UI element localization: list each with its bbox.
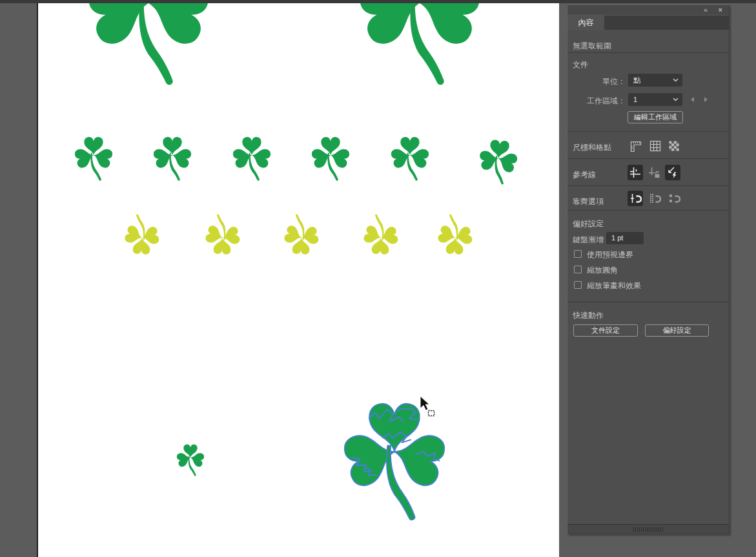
next-artboard-icon[interactable] <box>702 96 709 103</box>
panel-header: « × <box>567 5 729 15</box>
keyboard-increment-input[interactable]: 1 pt <box>606 232 644 244</box>
divider <box>567 52 729 53</box>
smart-guides-button[interactable] <box>665 165 680 180</box>
guides-title: 參考線 <box>573 169 596 180</box>
clover-green[interactable] <box>390 137 430 181</box>
lock-guides-button[interactable] <box>646 165 662 180</box>
document-section-title: 文件 <box>573 59 588 70</box>
no-selection-label: 無選取範圍 <box>573 41 611 52</box>
grip-ticks <box>633 527 663 532</box>
snap-pixel-icon <box>668 192 680 205</box>
divider <box>567 185 729 186</box>
snap-point-icon <box>629 192 642 205</box>
clover-yellow[interactable] <box>436 214 475 255</box>
scale-corners-label: 縮放圓角 <box>587 265 618 276</box>
units-dropdown[interactable]: 點 <box>628 74 682 87</box>
collapse-panel-icon[interactable]: « <box>704 6 707 14</box>
clover-yellow[interactable] <box>123 214 161 255</box>
clover-green[interactable] <box>74 137 114 181</box>
scale-strokes-effects-label: 縮放筆畫和效果 <box>587 280 641 291</box>
clover-artwork-layer <box>38 3 559 557</box>
chevron-down-icon <box>673 98 679 101</box>
clover-green[interactable] <box>476 138 520 186</box>
panel-tab-bar: 內容 <box>567 15 729 30</box>
scale-corners-checkbox[interactable] <box>574 266 582 273</box>
artboard-dropdown[interactable]: 1 <box>628 93 682 106</box>
preferences-section-title: 偏好設定 <box>573 218 604 229</box>
transparency-grid-icon <box>668 140 680 152</box>
clover-yellow[interactable] <box>362 214 400 255</box>
rulers-grids-title: 尺標和格點 <box>573 142 611 153</box>
divider <box>567 302 729 302</box>
quick-actions-title: 快速動作 <box>573 310 604 321</box>
snap-options-title: 靠齊選項 <box>573 196 604 207</box>
clover-yellow[interactable] <box>283 214 321 255</box>
document-setup-button[interactable]: 文件設定 <box>573 324 638 337</box>
clover-green[interactable] <box>176 445 205 476</box>
divider <box>567 210 729 211</box>
chevron-down-icon <box>673 78 679 82</box>
clover-green[interactable] <box>311 137 351 181</box>
tab-content[interactable]: 內容 <box>567 16 604 30</box>
lock-guides-icon <box>648 166 660 179</box>
show-guides-button[interactable] <box>628 165 643 180</box>
panel-resize-grip[interactable] <box>567 524 729 534</box>
scale-strokes-effects-checkbox[interactable] <box>574 281 582 289</box>
artboard-canvas[interactable] <box>38 3 559 557</box>
clover-selected[interactable] <box>342 404 447 520</box>
guides-icon <box>629 166 642 179</box>
use-preview-bounds-checkbox[interactable] <box>574 250 582 258</box>
keyboard-increment-label: 鍵盤漸增： <box>573 235 611 246</box>
snap-to-pixel-button[interactable] <box>666 191 682 206</box>
snap-to-grid-button[interactable] <box>647 191 662 206</box>
show-grid-button[interactable] <box>648 139 662 153</box>
artboard-label: 工作區域： <box>567 96 626 107</box>
clover-green[interactable] <box>356 3 483 85</box>
show-rulers-button[interactable] <box>629 139 643 153</box>
properties-panel: « × 內容 無選取範圍 文件 單位： 點 工作區域： 1 編輯工作區域 尺標和… <box>567 5 730 534</box>
close-panel-icon[interactable]: × <box>719 6 722 14</box>
smart-guides-icon <box>666 166 679 179</box>
edit-artboards-button[interactable]: 編輯工作區域 <box>628 111 683 123</box>
clover-yellow[interactable] <box>204 214 242 255</box>
previous-artboard-icon[interactable] <box>690 96 696 103</box>
clover-green[interactable] <box>152 137 192 181</box>
clover-green[interactable] <box>85 3 212 85</box>
show-transparency-grid-button[interactable] <box>667 139 681 153</box>
grid-icon <box>649 140 662 152</box>
ruler-icon <box>629 140 642 152</box>
preferences-button[interactable]: 偏好設定 <box>645 324 709 337</box>
snap-grid-icon <box>648 192 661 205</box>
clover-green[interactable] <box>232 137 272 181</box>
divider <box>567 158 729 159</box>
use-preview-bounds-label: 使用預視邊界 <box>587 249 633 260</box>
divider <box>567 131 729 132</box>
snap-to-point-button[interactable] <box>628 191 643 206</box>
units-label: 單位： <box>567 76 626 87</box>
illustrator-window: « × 內容 無選取範圍 文件 單位： 點 工作區域： 1 編輯工作區域 尺標和… <box>0 0 756 557</box>
